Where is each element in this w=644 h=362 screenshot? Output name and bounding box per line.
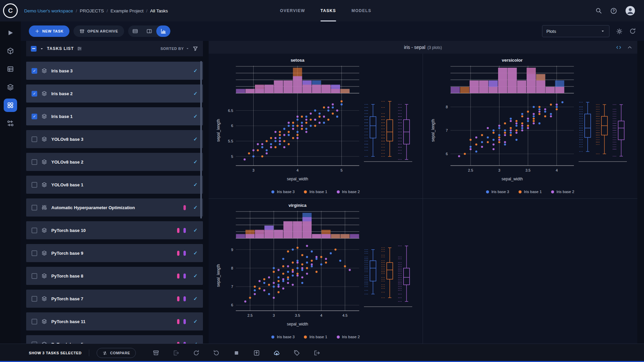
filter-icon[interactable]	[193, 46, 198, 52]
tab-tasks[interactable]: TASKS	[321, 0, 336, 21]
task-row[interactable]: ✓Iris base 1✓	[26, 107, 203, 125]
task-row[interactable]: PyTorch base 8✓	[26, 267, 203, 285]
task-checkbox[interactable]	[32, 250, 37, 256]
abort-icon[interactable]	[233, 350, 240, 356]
breadcrumb-item[interactable]: Demo User's workspace	[24, 8, 73, 13]
select-all-checkbox[interactable]	[31, 46, 37, 52]
compare-button[interactable]: COMPARE	[97, 348, 136, 358]
nav-item-reports[interactable]	[4, 62, 17, 76]
legend-item[interactable]: Iris base 3	[271, 190, 294, 194]
task-row[interactable]: ✓Iris base 3✓	[26, 62, 203, 80]
task-row[interactable]: YOLOv8 base 1✓	[26, 176, 203, 194]
split-view-button[interactable]	[142, 25, 156, 37]
status-completed-icon: ✓	[193, 159, 198, 165]
reset-icon[interactable]	[213, 350, 220, 356]
task-row[interactable]: YOLOv8 base 2✓	[26, 153, 203, 171]
task-row[interactable]: PyTorch base 10✓	[26, 221, 203, 239]
task-checkbox[interactable]: ✓	[32, 91, 37, 97]
scrollbar-thumb[interactable]	[200, 61, 202, 219]
plots-view-button[interactable]	[156, 25, 170, 37]
customize-columns-icon[interactable]	[77, 46, 82, 51]
collapse-icon[interactable]	[627, 45, 633, 50]
task-name: PyTorch base 9	[51, 251, 83, 256]
task-checkbox[interactable]	[32, 136, 37, 142]
task-checkbox[interactable]: ✓	[32, 114, 37, 119]
task-checkbox[interactable]	[32, 182, 37, 188]
sorted-by-button[interactable]: SORTED BY	[160, 47, 190, 51]
breadcrumb-item[interactable]: PROJECTS	[80, 8, 104, 13]
legend-item[interactable]: Iris base 2	[337, 335, 360, 339]
status-completed-icon: ✓	[193, 136, 198, 142]
task-checkbox[interactable]	[32, 228, 37, 233]
clearml-logo[interactable]: C	[0, 3, 21, 18]
new-task-button[interactable]: NEW TASK	[29, 25, 69, 37]
tags-icon[interactable]	[293, 350, 300, 356]
task-row[interactable]: YOLOv8 base 3✓	[26, 130, 203, 148]
task-checkbox[interactable]	[32, 273, 37, 279]
help-icon[interactable]: ?	[610, 7, 617, 14]
task-checkbox[interactable]	[32, 205, 37, 210]
move-to-icon[interactable]	[314, 350, 320, 356]
breadcrumb-item[interactable]: Example Project	[110, 8, 143, 13]
task-row[interactable]: PyTorch base 9✓	[26, 244, 203, 262]
table-view-button[interactable]	[128, 25, 142, 37]
avatar[interactable]	[625, 6, 635, 16]
task-row[interactable]: Automatic Hyperparameter Optimization✓	[26, 198, 203, 217]
plot-setosa[interactable]: setosa55.566.5345sepal_widthsepal_length	[215, 56, 416, 189]
chart-view-icon	[160, 28, 166, 34]
legend-item[interactable]: Iris base 3	[271, 335, 294, 339]
metric-view-dropdown[interactable]: Plots	[542, 25, 609, 37]
task-checkbox[interactable]	[32, 159, 37, 165]
plot-versicolor[interactable]: versicolor6782.533.54sepal_widthsepal_le…	[430, 56, 631, 189]
legend-item[interactable]: Iris base 1	[304, 190, 327, 194]
plot-group-name: iris - sepal	[404, 45, 425, 50]
breadcrumb-separator: /	[107, 8, 108, 13]
task-row[interactable]: ✓Iris base 2✓	[26, 84, 203, 103]
compare-label: COMPARE	[110, 351, 130, 355]
cloud-upload-icon[interactable]	[273, 350, 280, 356]
experiment-icon	[41, 136, 47, 142]
legend-item[interactable]: Iris base 2	[337, 190, 360, 194]
task-name: PyTorch base 10	[51, 228, 86, 233]
legend-dot	[304, 336, 307, 339]
embed-code-icon[interactable]	[616, 45, 622, 50]
nav-item-workers[interactable]	[4, 117, 17, 130]
auto-refresh-icon[interactable]	[629, 28, 636, 35]
tab-overview[interactable]: OVERVIEW	[280, 0, 305, 21]
retry-icon[interactable]	[193, 350, 200, 356]
task-row[interactable]: PyTorch base 5✓	[26, 335, 203, 344]
dequeue-icon[interactable]	[173, 350, 179, 356]
datasets-icon	[7, 47, 14, 55]
nav-item-apps[interactable]	[4, 99, 17, 112]
tag-pill	[183, 205, 186, 210]
legend-item[interactable]: Iris base 1	[519, 190, 542, 194]
svg-text:9: 9	[231, 248, 233, 252]
nav-item-datasets[interactable]	[4, 44, 17, 58]
settings-icon[interactable]	[616, 28, 623, 35]
archive-icon[interactable]	[153, 350, 159, 356]
task-row[interactable]: PyTorch base 11✓	[26, 312, 203, 330]
task-checkbox[interactable]	[32, 319, 37, 324]
plot-group-header[interactable]: iris - sepal (3 plots)	[209, 41, 637, 54]
legend-item[interactable]: Iris base 2	[551, 190, 574, 194]
breadcrumb-item[interactable]: All Tasks	[150, 8, 168, 13]
caret-down-icon[interactable]	[40, 47, 44, 51]
breadcrumb: Demo User's workspace/PROJECTS/Example P…	[24, 8, 168, 13]
legend-item[interactable]: Iris base 3	[486, 190, 509, 194]
nav-item-launch[interactable]	[4, 26, 17, 40]
svg-text:2.5: 2.5	[248, 313, 253, 317]
task-checkbox[interactable]: ✓	[32, 68, 37, 74]
task-checkbox[interactable]	[32, 296, 37, 302]
plot-card-setosa: setosa55.566.5345sepal_widthsepal_length…	[209, 54, 423, 199]
launch-icon	[7, 29, 14, 37]
svg-text:6: 6	[445, 152, 447, 156]
legend-item[interactable]: Iris base 1	[304, 335, 327, 339]
nav-item-pipelines[interactable]	[4, 80, 17, 94]
task-row[interactable]: PyTorch base 7✓	[26, 290, 203, 308]
open-archive-button[interactable]: OPEN ARCHIVE	[73, 25, 124, 37]
plot-virginica[interactable]: virginica67892.533.544.5sepal_widthsepal…	[215, 201, 416, 334]
toolbar: NEW TASK OPEN ARCHIVE Plots	[21, 21, 644, 41]
publish-icon[interactable]	[253, 350, 260, 356]
tab-models[interactable]: MODELS	[352, 0, 371, 21]
search-icon[interactable]	[595, 7, 602, 14]
